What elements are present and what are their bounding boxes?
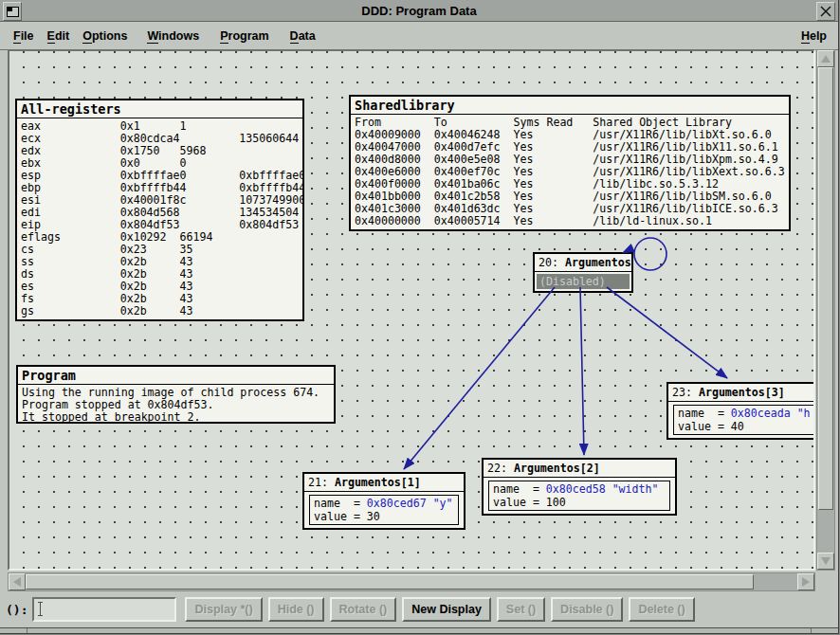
data-canvas-frame: All-registers eax 0x1 1 ecx 0x80cdca4 13… [8,49,815,571]
close-icon [820,6,831,17]
argument-toolbar: (): Display *() Hide () Rotate () New Di… [0,591,838,627]
window-bottom-frame [0,627,838,633]
display-program-status[interactable]: Program Using the running image of child… [16,365,336,424]
member-name[interactable]: name = 0x80ced67 "y" [314,497,454,510]
arrow-right-icon [802,577,810,587]
display-sharedlibrary[interactable]: Sharedlibrary From To Syms Read Shared O… [349,95,791,231]
node-members: name = 0x80ceada "h value = 40 [673,405,813,435]
member-name[interactable]: name = 0x80ceada "h [678,407,813,420]
menu-options[interactable]: Options [81,27,129,45]
disable-button[interactable]: Disable () [551,597,623,622]
rotate-button[interactable]: Rotate () [330,597,397,622]
close-button[interactable] [816,2,835,21]
graph-node-22-argumentos-2[interactable]: 22: Argumentos[2] name = 0x80ced58 "widt… [482,458,677,516]
ddd-program-data-window: DDD: Program Data File Edit Options Wind… [0,0,838,633]
edge-20-to-23 [607,287,727,378]
member-value[interactable]: value = 40 [678,420,813,433]
arrow-up-icon [821,55,831,63]
edge-20-self-loop [634,238,667,270]
menu-help[interactable]: Help [799,27,829,45]
sharedlibrary-table: From To Syms Read Shared Object Library … [355,117,785,227]
member-name[interactable]: name = 0x80ced58 "width" [493,482,666,496]
registers-table: eax 0x1 1 ecx 0x80cdca4 135060644 edx 0x… [21,120,299,318]
node-id: 22: [487,462,507,475]
node-members: name = 0x80ced58 "width" value = 100 [488,481,670,511]
menu-file[interactable]: File [11,27,36,45]
graph-node-20-argumentos[interactable]: 20: Argumentos (Disabled) [533,252,633,293]
node-name: Argumentos[2] [514,462,600,475]
arrow-down-icon [821,557,831,565]
scroll-up-button[interactable] [817,50,834,67]
edge-20-to-22 [580,287,584,455]
toolbar-buttons: Display *() Hide () Rotate () New Displa… [185,597,694,622]
member-value[interactable]: value = 100 [493,496,666,509]
display-deref-button[interactable]: Display *() [185,597,262,622]
window-title: DDD: Program Data [0,4,838,18]
node-id: 20: [539,256,558,269]
scroll-down-button[interactable] [817,553,834,570]
node-id: 21: [308,476,328,489]
display-all-registers[interactable]: All-registers eax 0x1 1 ecx 0x80cdca4 13… [15,99,304,321]
menu-data[interactable]: Data [288,27,318,45]
menubar: File Edit Options Windows Program Data H… [0,22,838,50]
argument-label: (): [6,603,27,617]
display-title: Program [18,367,334,385]
member-value[interactable]: value = 30 [314,510,454,523]
menu-edit[interactable]: Edit [46,27,72,45]
vertical-scrollbar-thumb[interactable] [818,67,833,510]
graph-node-21-argumentos-1[interactable]: 21: Argumentos[1] name = 0x80ced67 "y" v… [302,472,466,530]
node-name: Argumentos[1] [335,476,421,489]
text-cursor [40,602,41,616]
program-status-text: Using the running image of child process… [22,387,330,424]
node-disabled-status[interactable]: (Disabled) [537,274,630,289]
node-members: name = 0x80ced67 "y" value = 30 [309,495,459,525]
menu-program[interactable]: Program [218,27,270,45]
vertical-scrollbar[interactable] [816,49,835,571]
hide-button[interactable]: Hide () [268,597,324,622]
edge-20-to-21 [404,287,555,469]
set-button[interactable]: Set () [497,597,545,622]
node-name: Argumentos[3] [699,386,785,399]
display-title: All-registers [17,100,302,118]
delete-button[interactable]: Delete () [629,597,694,622]
argument-input[interactable] [32,597,176,622]
horizontal-scrollbar-thumb[interactable] [26,574,754,590]
graph-node-23-argumentos-3[interactable]: 23: Argumentos[3] name = 0x80ceada "h va… [667,382,813,440]
new-display-button[interactable]: New Display [402,597,491,622]
scroll-right-button[interactable] [797,573,814,590]
scroll-left-button[interactable] [9,573,26,590]
data-canvas[interactable]: All-registers eax 0x1 1 ecx 0x80cdca4 13… [9,51,813,569]
horizontal-scrollbar[interactable] [8,572,815,591]
display-title: Sharedlibrary [351,97,789,115]
node-name: Argumentos [565,256,631,269]
node-id: 23: [672,386,692,399]
titlebar[interactable]: DDD: Program Data [0,0,838,22]
arrow-left-icon [13,577,21,587]
menu-windows[interactable]: Windows [145,27,201,45]
